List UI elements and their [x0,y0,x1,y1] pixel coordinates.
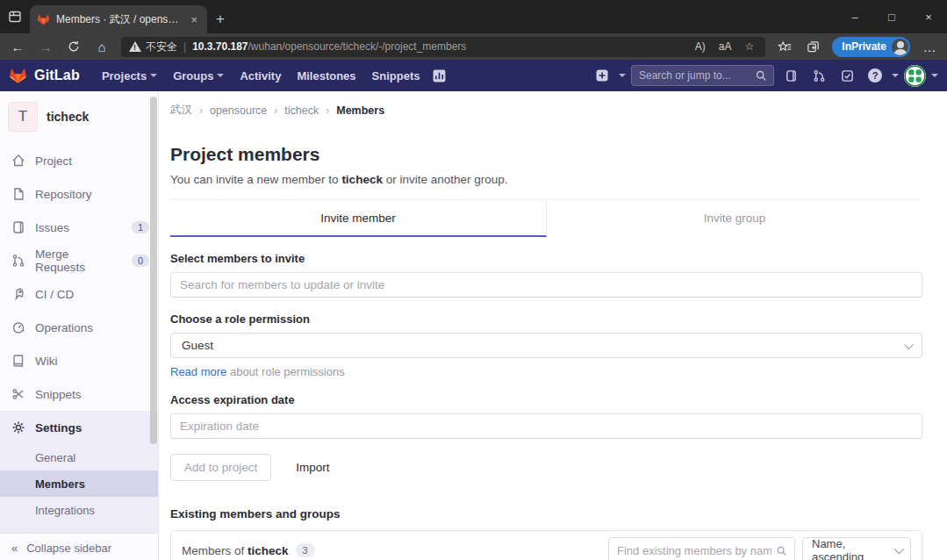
merge-requests-count-badge: 0 [132,255,149,267]
help-menu-button[interactable]: ? [864,64,886,87]
issues-icon [11,220,25,234]
sidebar-scrollbar[interactable] [150,97,157,444]
profile-avatar [892,39,908,55]
issues-shortcut-button[interactable] [779,64,802,87]
home-button[interactable]: ⌂ [90,36,114,57]
read-more-link[interactable]: Read more [170,365,226,378]
role-selected-value: Guest [182,339,213,352]
sidebar-item-repository[interactable]: Repository [0,177,158,211]
chevron-down-icon [217,74,224,77]
tab-actions-menu-button[interactable] [0,2,30,32]
favorites-hub-button[interactable] [772,36,797,57]
collapse-sidebar-button[interactable]: « Collapse sidebar [0,533,158,560]
todos-shortcut-button[interactable] [836,64,858,87]
members-panel-header: Members of ticheck 3 Name, ascending [171,531,922,560]
issues-count-badge: 1 [132,221,149,233]
new-menu-button[interactable] [591,64,613,87]
gauge-icon [11,320,25,334]
todo-check-icon [841,69,854,83]
sidebar-item-snippets[interactable]: Snippets [0,377,158,411]
add-favorite-icon[interactable]: ☆ [742,40,758,53]
merge-request-icon [813,69,826,83]
breadcrumb-separator: › [199,104,203,117]
close-button[interactable]: × [910,0,947,33]
project-header[interactable]: T ticheck [0,91,158,144]
refresh-icon [68,40,80,53]
favorites-icon [778,40,792,54]
sidebar-item-merge-requests[interactable]: Merge Requests 0 [0,244,158,277]
breadcrumb-separator: › [274,104,277,117]
maximize-button[interactable]: □ [873,0,910,33]
rocket-icon [11,287,25,301]
analytics-button[interactable] [427,64,450,87]
sidebar-item-settings[interactable]: Settings [0,411,158,444]
nav-projects[interactable]: Projects [94,60,165,91]
nav-milestones[interactable]: Milestones [289,60,363,91]
sidebar-subitem-members[interactable]: Members [0,470,158,497]
members-of-label: Members of ticheck [182,544,289,557]
role-select[interactable]: Guest [170,333,922,358]
merge-requests-shortcut-button[interactable] [807,64,830,87]
sidebar-item-wiki[interactable]: Wiki [0,344,158,377]
breadcrumb-group[interactable]: 武汉 [170,103,192,118]
global-search[interactable] [631,65,774,86]
breadcrumb-separator: › [326,104,329,117]
sidebar-item-operations[interactable]: Operations [0,311,158,344]
chevron-down-icon [894,544,904,554]
tab-invite-member[interactable]: Invite member [170,200,547,237]
new-tab-button[interactable]: + [207,5,233,33]
sidebar-item-project[interactable]: Project [0,144,158,177]
project-avatar: T [8,102,38,132]
chart-icon [432,68,447,83]
nav-activity[interactable]: Activity [232,60,289,91]
tab-close-icon[interactable]: × [188,13,200,26]
nav-groups[interactable]: Groups [165,60,232,91]
back-button[interactable]: ← [5,36,30,57]
breadcrumb-current: Members [336,104,384,117]
nav-snippets[interactable]: Snippets [364,60,428,91]
minimize-button[interactable]: – [836,0,873,33]
user-avatar[interactable] [904,65,926,87]
find-members-box[interactable] [608,537,795,560]
translate-icon[interactable]: aA [715,40,735,53]
breadcrumb-project[interactable]: ticheck [284,104,319,117]
merge-request-icon [11,254,25,268]
tab-invite-group[interactable]: Invite group [547,200,922,237]
help-icon: ? [868,68,882,83]
find-members-input[interactable] [617,544,771,557]
gear-icon [11,420,25,434]
address-divider: | [183,40,186,53]
site-security-chip[interactable]: ! 不安全 [129,39,177,54]
project-sidebar: T ticheck Project Repository Issues 1 Me… [0,91,159,560]
global-search-input[interactable] [639,69,750,82]
import-button[interactable]: Import [282,454,343,481]
tab-title: Members · 武汉 / opensource / t [56,12,182,27]
document-icon [11,187,25,201]
refresh-button[interactable] [61,36,86,57]
invite-tabs: Invite member Invite group [170,199,922,237]
sort-select[interactable]: Name, ascending [802,537,911,560]
chevron-down-icon [904,339,914,348]
expiration-date-input[interactable] [170,413,922,439]
gitlab-brand[interactable]: GitLab [9,67,80,84]
select-members-label: Select members to invite [170,252,922,265]
sidebar-item-ci-cd[interactable]: CI / CD [0,277,158,311]
collections-button[interactable] [800,36,825,57]
sidebar-item-issues[interactable]: Issues 1 [0,211,158,244]
scissors-icon [11,387,25,401]
existing-members-heading: Existing members and groups [170,507,922,521]
address-bar[interactable]: ! 不安全 | 10.3.70.187/wuhan/opensource/tic… [121,37,765,57]
url-text[interactable]: 10.3.70.187/wuhan/opensource/ticheck/-/p… [192,40,685,53]
sidebar-subitem-integrations[interactable]: Integrations [0,497,158,523]
chevron-down-icon [150,74,157,77]
members-search-input[interactable] [170,272,922,298]
breadcrumb-subgroup[interactable]: opensource [210,104,267,117]
sidebar-subitem-general[interactable]: General [0,444,158,470]
inprivate-badge[interactable]: InPrivate [832,37,910,57]
forward-button[interactable]: → [33,36,58,57]
page-title: Project members [170,144,922,165]
read-aloud-icon[interactable]: A) [692,40,709,53]
browser-tab[interactable]: Members · 武汉 / opensource / t × [30,5,207,33]
browser-menu-button[interactable]: … [917,36,942,57]
add-to-project-button[interactable]: Add to project [170,454,271,481]
